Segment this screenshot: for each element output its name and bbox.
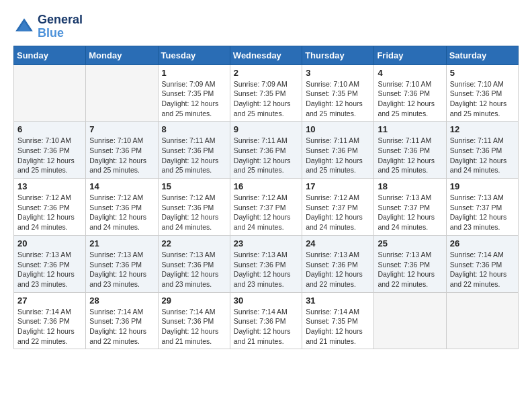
day-info: Sunrise: 7:13 AMSunset: 7:36 PMDaylight:… <box>17 250 82 289</box>
day-number: 18 <box>378 181 442 191</box>
calendar-week-4: 20 Sunrise: 7:13 AMSunset: 7:36 PMDaylig… <box>14 235 519 292</box>
calendar-cell: 8 Sunrise: 7:11 AMSunset: 7:36 PMDayligh… <box>158 122 230 179</box>
calendar-cell: 1 Sunrise: 7:09 AMSunset: 7:35 PMDayligh… <box>158 64 230 122</box>
day-number: 20 <box>17 238 82 248</box>
day-number: 11 <box>378 124 442 134</box>
day-header-wednesday: Wednesday <box>230 46 302 64</box>
day-number: 21 <box>89 238 154 248</box>
calendar-cell: 22 Sunrise: 7:13 AMSunset: 7:36 PMDaylig… <box>158 235 230 292</box>
day-number: 10 <box>306 124 370 134</box>
day-number: 15 <box>162 181 226 191</box>
day-number: 28 <box>89 295 154 306</box>
day-info: Sunrise: 7:12 AMSunset: 7:37 PMDaylight:… <box>234 193 298 232</box>
day-info: Sunrise: 7:13 AMSunset: 7:36 PMDaylight:… <box>378 250 442 289</box>
day-info: Sunrise: 7:10 AMSunset: 7:36 PMDaylight:… <box>378 79 442 119</box>
day-number: 16 <box>234 181 298 191</box>
calendar-cell: 21 Sunrise: 7:13 AMSunset: 7:36 PMDaylig… <box>86 235 158 292</box>
day-number: 19 <box>450 181 515 191</box>
day-number: 23 <box>234 238 298 248</box>
day-info: Sunrise: 7:13 AMSunset: 7:36 PMDaylight:… <box>162 250 226 289</box>
calendar-cell: 20 Sunrise: 7:13 AMSunset: 7:36 PMDaylig… <box>14 235 86 292</box>
day-info: Sunrise: 7:13 AMSunset: 7:36 PMDaylight:… <box>306 250 370 289</box>
day-number: 6 <box>17 124 82 134</box>
calendar-cell: 28 Sunrise: 7:14 AMSunset: 7:36 PMDaylig… <box>86 292 158 349</box>
calendar-cell: 30 Sunrise: 7:14 AMSunset: 7:36 PMDaylig… <box>230 292 302 349</box>
day-number: 13 <box>17 181 82 191</box>
calendar-cell <box>14 64 86 122</box>
day-info: Sunrise: 7:11 AMSunset: 7:36 PMDaylight:… <box>378 136 442 175</box>
day-info: Sunrise: 7:14 AMSunset: 7:36 PMDaylight:… <box>89 307 154 347</box>
day-number: 4 <box>378 68 442 78</box>
calendar-cell: 23 Sunrise: 7:13 AMSunset: 7:36 PMDaylig… <box>230 235 302 292</box>
calendar-cell: 3 Sunrise: 7:10 AMSunset: 7:35 PMDayligh… <box>302 64 374 122</box>
calendar-cell: 19 Sunrise: 7:13 AMSunset: 7:37 PMDaylig… <box>446 179 518 236</box>
calendar-cell <box>374 292 446 349</box>
calendar-cell: 13 Sunrise: 7:12 AMSunset: 7:36 PMDaylig… <box>14 179 86 236</box>
day-number: 30 <box>234 295 298 306</box>
day-info: Sunrise: 7:09 AMSunset: 7:35 PMDaylight:… <box>162 79 226 119</box>
calendar-week-5: 27 Sunrise: 7:14 AMSunset: 7:36 PMDaylig… <box>14 292 519 349</box>
day-header-tuesday: Tuesday <box>158 46 230 64</box>
calendar-cell: 6 Sunrise: 7:10 AMSunset: 7:36 PMDayligh… <box>14 122 86 179</box>
day-number: 25 <box>378 238 442 248</box>
calendar-cell: 9 Sunrise: 7:11 AMSunset: 7:36 PMDayligh… <box>230 122 302 179</box>
calendar-cell: 7 Sunrise: 7:10 AMSunset: 7:36 PMDayligh… <box>86 122 158 179</box>
day-header-friday: Friday <box>374 46 446 64</box>
day-info: Sunrise: 7:10 AMSunset: 7:36 PMDaylight:… <box>17 136 82 175</box>
calendar-cell <box>86 64 158 122</box>
day-info: Sunrise: 7:12 AMSunset: 7:37 PMDaylight:… <box>306 193 370 232</box>
day-info: Sunrise: 7:14 AMSunset: 7:36 PMDaylight:… <box>17 307 82 347</box>
day-info: Sunrise: 7:10 AMSunset: 7:36 PMDaylight:… <box>89 136 154 175</box>
day-info: Sunrise: 7:13 AMSunset: 7:37 PMDaylight:… <box>378 193 442 232</box>
day-info: Sunrise: 7:10 AMSunset: 7:36 PMDaylight:… <box>450 79 515 119</box>
day-number: 12 <box>450 124 515 134</box>
day-number: 24 <box>306 238 370 248</box>
calendar-cell: 29 Sunrise: 7:14 AMSunset: 7:36 PMDaylig… <box>158 292 230 349</box>
day-info: Sunrise: 7:14 AMSunset: 7:35 PMDaylight:… <box>306 307 370 347</box>
day-number: 17 <box>306 181 370 191</box>
day-info: Sunrise: 7:14 AMSunset: 7:36 PMDaylight:… <box>450 250 515 289</box>
day-info: Sunrise: 7:14 AMSunset: 7:36 PMDaylight:… <box>234 307 298 347</box>
logo-icon <box>13 16 35 38</box>
calendar-cell: 15 Sunrise: 7:12 AMSunset: 7:36 PMDaylig… <box>158 179 230 236</box>
day-number: 14 <box>89 181 154 191</box>
calendar-cell: 14 Sunrise: 7:12 AMSunset: 7:36 PMDaylig… <box>86 179 158 236</box>
calendar-cell: 17 Sunrise: 7:12 AMSunset: 7:37 PMDaylig… <box>302 179 374 236</box>
calendar-header-row: SundayMondayTuesdayWednesdayThursdayFrid… <box>14 46 519 64</box>
calendar-cell: 31 Sunrise: 7:14 AMSunset: 7:35 PMDaylig… <box>302 292 374 349</box>
calendar-cell: 24 Sunrise: 7:13 AMSunset: 7:36 PMDaylig… <box>302 235 374 292</box>
day-number: 26 <box>450 238 515 248</box>
calendar-cell: 4 Sunrise: 7:10 AMSunset: 7:36 PMDayligh… <box>374 64 446 122</box>
day-info: Sunrise: 7:13 AMSunset: 7:37 PMDaylight:… <box>450 193 515 232</box>
day-info: Sunrise: 7:11 AMSunset: 7:36 PMDaylight:… <box>162 136 226 175</box>
calendar-week-2: 6 Sunrise: 7:10 AMSunset: 7:36 PMDayligh… <box>14 122 519 179</box>
calendar-cell: 26 Sunrise: 7:14 AMSunset: 7:36 PMDaylig… <box>446 235 518 292</box>
calendar-cell <box>446 292 518 349</box>
day-header-monday: Monday <box>86 46 158 64</box>
page-header: General Blue <box>13 13 519 40</box>
day-info: Sunrise: 7:12 AMSunset: 7:36 PMDaylight:… <box>162 193 226 232</box>
day-header-saturday: Saturday <box>446 46 518 64</box>
day-info: Sunrise: 7:11 AMSunset: 7:36 PMDaylight:… <box>234 136 298 175</box>
day-info: Sunrise: 7:09 AMSunset: 7:35 PMDaylight:… <box>234 79 298 119</box>
day-info: Sunrise: 7:12 AMSunset: 7:36 PMDaylight:… <box>17 193 82 232</box>
logo: General Blue <box>13 13 83 40</box>
day-info: Sunrise: 7:12 AMSunset: 7:36 PMDaylight:… <box>89 193 154 232</box>
calendar-table: SundayMondayTuesdayWednesdayThursdayFrid… <box>13 46 519 350</box>
calendar-cell: 2 Sunrise: 7:09 AMSunset: 7:35 PMDayligh… <box>230 64 302 122</box>
day-number: 3 <box>306 68 370 78</box>
calendar-cell: 12 Sunrise: 7:11 AMSunset: 7:36 PMDaylig… <box>446 122 518 179</box>
day-number: 8 <box>162 124 226 134</box>
calendar-cell: 11 Sunrise: 7:11 AMSunset: 7:36 PMDaylig… <box>374 122 446 179</box>
day-number: 31 <box>306 295 370 306</box>
calendar-cell: 25 Sunrise: 7:13 AMSunset: 7:36 PMDaylig… <box>374 235 446 292</box>
day-info: Sunrise: 7:10 AMSunset: 7:35 PMDaylight:… <box>306 79 370 119</box>
calendar-cell: 5 Sunrise: 7:10 AMSunset: 7:36 PMDayligh… <box>446 64 518 122</box>
day-number: 5 <box>450 68 515 78</box>
day-info: Sunrise: 7:13 AMSunset: 7:36 PMDaylight:… <box>234 250 298 289</box>
calendar-cell: 10 Sunrise: 7:11 AMSunset: 7:36 PMDaylig… <box>302 122 374 179</box>
day-info: Sunrise: 7:11 AMSunset: 7:36 PMDaylight:… <box>450 136 515 175</box>
day-number: 27 <box>17 295 82 306</box>
day-number: 29 <box>162 295 226 306</box>
day-header-thursday: Thursday <box>302 46 374 64</box>
